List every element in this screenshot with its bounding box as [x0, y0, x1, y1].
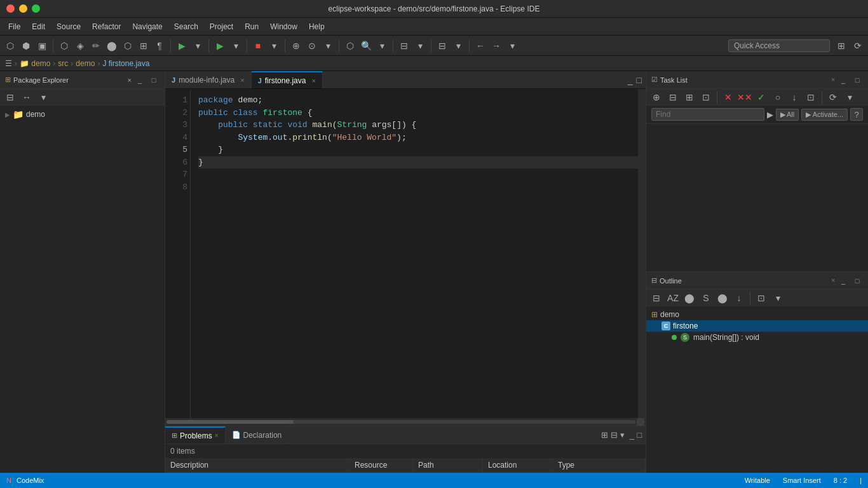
tab-firstone[interactable]: J firstone.java ×	[252, 71, 323, 88]
toolbar-btn-17[interactable]: ⊟	[435, 38, 450, 53]
tab-declaration[interactable]: 📄 Declaration	[226, 426, 289, 444]
run-dropdown[interactable]: ▾	[190, 38, 205, 53]
maximize-panel-btn[interactable]: □	[148, 74, 159, 86]
outline-view-menu-btn[interactable]: ▾	[770, 290, 785, 306]
debug-dropdown[interactable]: ▾	[228, 38, 243, 53]
stop-btn[interactable]: ■	[250, 38, 266, 53]
menu-refactor[interactable]: Refactor	[87, 20, 126, 33]
new-btn[interactable]: ⬡	[3, 38, 18, 53]
toolbar-btn-13[interactable]: ⬡	[342, 38, 358, 53]
menu-window[interactable]: Window	[265, 20, 302, 33]
minimize-panel-btn[interactable]: _	[134, 74, 146, 86]
outline-btn-6[interactable]: ↓	[731, 290, 747, 306]
minimize-editor-btn[interactable]: _	[628, 75, 633, 85]
outline-fullscreen-btn[interactable]: ⊡	[754, 290, 769, 306]
push-down-btn[interactable]: ↓	[787, 90, 802, 105]
collapse-all-btn[interactable]: ⊟	[3, 90, 18, 105]
maximize-editor-btn[interactable]: □	[637, 75, 642, 85]
bottom-toolbar-btn2[interactable]: ⊟	[611, 430, 618, 440]
quick-access-box[interactable]: Quick Access	[728, 39, 830, 52]
collapse-tasks-btn[interactable]: ⊟	[665, 90, 681, 105]
toolbar-btn-3[interactable]: ⬡	[57, 38, 72, 53]
toolbar-btn-5[interactable]: ✏	[88, 38, 104, 53]
menu-source[interactable]: Source	[51, 20, 86, 33]
refresh-tasks-btn[interactable]: ⟳	[825, 90, 841, 105]
outline-item-demo[interactable]: ⊞ demo	[646, 309, 868, 320]
search-dropdown[interactable]: ▾	[374, 38, 390, 53]
toolbar-btn-10[interactable]: ⊕	[288, 38, 304, 53]
copy-task-btn[interactable]: ⊡	[803, 90, 818, 105]
tree-item-demo[interactable]: ▶ 📁 demo	[0, 108, 165, 121]
outline-btn-3[interactable]: ⬤	[682, 290, 697, 306]
tasklist-min-btn[interactable]: _	[837, 74, 849, 86]
task-filter-all[interactable]: ▶ All	[776, 109, 799, 121]
breadcrumb-file[interactable]: J firstone.java	[102, 59, 149, 68]
breadcrumb-demo2[interactable]: demo	[76, 59, 95, 68]
h-scrollbar[interactable]	[165, 418, 646, 426]
menu-file[interactable]: File	[3, 20, 25, 33]
toolbar-btn-15[interactable]: ⊟	[397, 38, 412, 53]
menu-search[interactable]: Search	[169, 20, 203, 33]
task-view-menu-btn[interactable]: ▾	[842, 90, 857, 105]
view-menu-btn[interactable]: ▾	[36, 90, 51, 105]
mark-complete-btn[interactable]: ✓	[754, 90, 769, 105]
mark-incomplete-btn[interactable]: ○	[770, 90, 785, 105]
toolbar-btn-18[interactable]: ▾	[451, 38, 466, 53]
expand-tasks-btn[interactable]: ⊞	[682, 90, 697, 105]
toolbar-btn-1[interactable]: ⬢	[18, 38, 34, 53]
editor-scrollbar[interactable]	[638, 89, 646, 418]
code-area[interactable]: package demo; public class firstone { pu…	[191, 89, 646, 418]
toolbar-extra[interactable]: ⟳	[850, 38, 865, 53]
run-btn[interactable]: ▶	[174, 38, 189, 53]
toolbar-btn-11[interactable]: ⊙	[304, 38, 320, 53]
tab-module-close[interactable]: ×	[240, 76, 244, 84]
task-expand-icon[interactable]: ▶	[767, 110, 773, 119]
fullscreen-tasks-btn[interactable]: ⊡	[698, 90, 714, 105]
tasklist-max-btn[interactable]: □	[851, 74, 863, 86]
link-editor-btn[interactable]: ↔	[19, 90, 34, 105]
toolbar-btn-14[interactable]: 🔍	[358, 38, 374, 53]
outline-item-firstone[interactable]: C firstone	[646, 320, 868, 332]
toolbar-btn-8[interactable]: ⊞	[136, 38, 151, 53]
outline-close-icon[interactable]: ×	[831, 277, 835, 284]
task-list-close-icon[interactable]: ×	[831, 76, 835, 83]
bottom-toolbar-btn3[interactable]: ▾	[620, 430, 625, 440]
delete-task-btn[interactable]: ✕	[721, 90, 736, 105]
debug-btn[interactable]: ▶	[212, 38, 227, 53]
close-btn[interactable]	[6, 4, 15, 13]
nav-dropdown[interactable]: ▾	[505, 38, 520, 53]
menu-project[interactable]: Project	[205, 20, 238, 33]
toolbar-btn-7[interactable]: ⬡	[120, 38, 135, 53]
back-btn[interactable]: ←	[473, 38, 488, 53]
delete-all-tasks-btn[interactable]: ✕✕	[737, 90, 752, 105]
toolbar-btn-9[interactable]: ¶	[152, 38, 167, 53]
menu-run[interactable]: Run	[240, 20, 264, 33]
stop-dropdown[interactable]: ▾	[266, 38, 281, 53]
maximize-bottom-btn[interactable]: □	[637, 430, 642, 440]
task-filter-activate[interactable]: ▶ Activate...	[801, 109, 848, 121]
menu-edit[interactable]: Edit	[27, 20, 50, 33]
tab-firstone-close[interactable]: ×	[311, 77, 315, 85]
task-help-icon[interactable]: ?	[850, 108, 863, 121]
outline-max-btn[interactable]: □	[851, 275, 863, 287]
perspective-btn[interactable]: ⊞	[834, 38, 849, 53]
task-find-input[interactable]	[651, 108, 764, 121]
collapse-outline-btn[interactable]: ⊟	[649, 290, 664, 306]
tab-problems[interactable]: ⊞ Problems ×	[165, 426, 226, 444]
breadcrumb-demo[interactable]: 📁 demo	[20, 59, 50, 68]
editor-content[interactable]: 1 2 3 4 5 6 7 8 package demo; public cla…	[165, 89, 646, 418]
toolbar-btn-4[interactable]: ◈	[72, 38, 88, 53]
minimize-bottom-btn[interactable]: _	[630, 430, 634, 440]
toolbar-btn-16[interactable]: ▾	[412, 38, 428, 53]
outline-btn-4[interactable]: S	[698, 290, 714, 306]
minimize-btn[interactable]	[19, 4, 27, 13]
toolbar-btn-6[interactable]: ⬤	[104, 38, 119, 53]
h-scrollbar-thumb[interactable]	[166, 420, 294, 424]
outline-min-btn[interactable]: _	[837, 275, 849, 287]
package-explorer-close-icon[interactable]: ×	[128, 76, 132, 84]
outline-btn-5[interactable]: ⬤	[715, 290, 730, 306]
menu-navigate[interactable]: Navigate	[127, 20, 167, 33]
sort-outline-btn[interactable]: AZ	[665, 290, 681, 306]
tab-module-info[interactable]: J module-info.java ×	[165, 71, 252, 88]
new-task-btn[interactable]: ⊕	[649, 90, 664, 105]
